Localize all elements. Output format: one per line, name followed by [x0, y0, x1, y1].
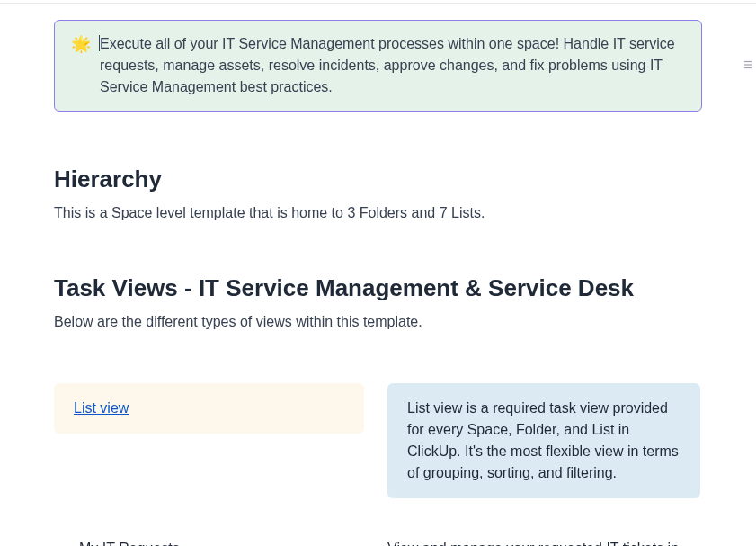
view-cards-row: List view List view is a required task v…: [54, 383, 702, 498]
sub-item-right: View and manage your requested IT ticket…: [387, 538, 700, 546]
sub-item-row: My IT Requests View and manage your requ…: [54, 538, 702, 546]
toc-handle-icon[interactable]: [742, 59, 752, 70]
intro-callout[interactable]: 🌟 Execute all of your IT Service Managem…: [54, 20, 702, 112]
view-card-left-col: List view: [54, 383, 364, 434]
intro-callout-text[interactable]: Execute all of your IT Service Managemen…: [100, 33, 685, 98]
sub-item-description: View and manage your requested IT ticket…: [387, 541, 679, 546]
list-view-description-card: List view is a required task view provid…: [387, 383, 700, 498]
list-view-link[interactable]: List view: [74, 400, 129, 416]
sub-item-left: My IT Requests: [54, 538, 364, 546]
task-views-heading: Task Views - IT Service Management & Ser…: [54, 274, 702, 302]
sub-item-list: My IT Requests: [54, 538, 364, 546]
list-view-card: List view: [54, 383, 364, 434]
callout-body: Execute all of your IT Service Managemen…: [100, 36, 675, 94]
list-view-description: List view is a required task view provid…: [407, 400, 679, 480]
hierarchy-body: This is a Space level template that is h…: [54, 202, 702, 224]
task-views-body: Below are the different types of views w…: [54, 311, 702, 333]
document-viewport: 🌟 Execute all of your IT Service Managem…: [0, 0, 756, 546]
view-card-right-col: List view is a required task view provid…: [387, 383, 700, 498]
hierarchy-heading: Hierarchy: [54, 166, 702, 193]
top-divider: [0, 3, 756, 4]
sub-item-label: My IT Requests: [79, 541, 180, 546]
star-icon: 🌟: [71, 34, 91, 54]
list-item: My IT Requests: [77, 538, 364, 546]
text-caret: [99, 35, 100, 51]
document-content: 🌟 Execute all of your IT Service Managem…: [0, 20, 756, 546]
